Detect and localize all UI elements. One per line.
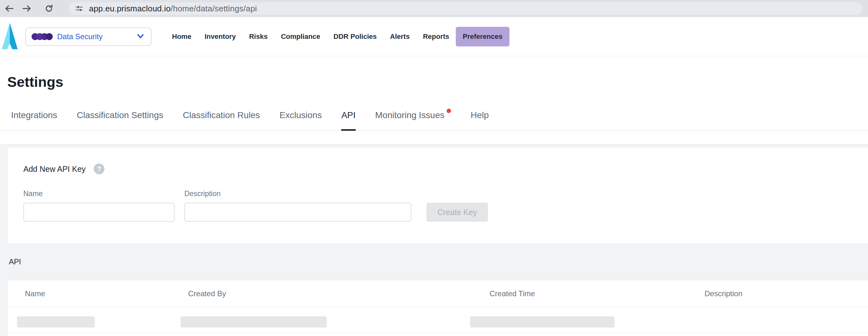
api-key-name-input[interactable] xyxy=(23,203,175,222)
product-selector-label: Data Security xyxy=(57,32,102,41)
tab-exclusions[interactable]: Exclusions xyxy=(280,110,322,131)
tab-classification-rules[interactable]: Classification Rules xyxy=(183,110,260,131)
redacted-created-by-cell xyxy=(181,316,327,328)
column-header-created-by: Created By xyxy=(188,289,490,298)
description-field-label: Description xyxy=(184,189,221,198)
content-area: Add New API Key ? Name Description Creat… xyxy=(0,144,868,336)
tab-monitoring-issues-label: Monitoring Issues xyxy=(375,110,444,120)
nav-item-ddr-policies[interactable]: DDR Policies xyxy=(327,27,383,47)
api-key-description-input[interactable] xyxy=(184,203,411,222)
redacted-name-cell xyxy=(17,316,95,328)
url-text: app.eu.prismacloud.io/home/data/settings… xyxy=(89,4,257,13)
column-header-description: Description xyxy=(705,289,868,298)
api-section-title: API xyxy=(9,257,868,266)
browser-toolbar: app.eu.prismacloud.io/home/data/settings… xyxy=(0,0,868,17)
help-question-icon[interactable]: ? xyxy=(94,163,104,174)
nav-item-compliance[interactable]: Compliance xyxy=(274,27,327,47)
tab-classification-settings[interactable]: Classification Settings xyxy=(77,110,163,131)
page-title: Settings xyxy=(7,73,868,91)
main-nav: Home Inventory Risks Compliance DDR Poli… xyxy=(165,27,509,47)
top-navigation: Data Security Home Inventory Risks Compl… xyxy=(0,17,868,56)
redacted-created-time-cell xyxy=(470,316,615,328)
prisma-cloud-logo-icon xyxy=(1,22,18,51)
url-host: app.eu.prismacloud.io xyxy=(89,4,171,13)
product-selector-dropdown[interactable]: Data Security xyxy=(25,28,152,46)
page-header: Settings xyxy=(0,56,868,91)
back-icon[interactable] xyxy=(4,4,14,13)
forward-icon[interactable] xyxy=(22,4,32,13)
api-keys-table: Name Created By Created Time Description xyxy=(8,280,868,336)
nav-item-risks[interactable]: Risks xyxy=(242,27,274,47)
table-header-row: Name Created By Created Time Description xyxy=(8,280,868,307)
create-key-button[interactable]: Create Key xyxy=(427,203,488,222)
nav-item-inventory[interactable]: Inventory xyxy=(198,27,242,47)
site-settings-icon[interactable] xyxy=(75,4,83,12)
chevron-down-icon xyxy=(136,31,145,42)
reload-icon[interactable] xyxy=(44,4,54,13)
data-security-dots-icon xyxy=(32,33,53,40)
add-api-key-card: Add New API Key ? Name Description Creat… xyxy=(8,148,868,243)
tab-help[interactable]: Help xyxy=(471,110,489,131)
column-header-name: Name xyxy=(8,289,188,298)
nav-item-alerts[interactable]: Alerts xyxy=(383,27,416,47)
add-api-key-title: Add New API Key xyxy=(23,164,86,174)
notification-dot xyxy=(446,109,451,113)
column-header-created-time: Created Time xyxy=(490,289,705,298)
url-path: /home/data/settings/api xyxy=(171,4,257,13)
address-bar[interactable]: app.eu.prismacloud.io/home/data/settings… xyxy=(69,2,862,15)
tab-monitoring-issues[interactable]: Monitoring Issues xyxy=(375,110,451,131)
name-field-label: Name xyxy=(23,189,184,198)
nav-item-reports[interactable]: Reports xyxy=(416,27,456,47)
tab-integrations[interactable]: Integrations xyxy=(11,110,57,131)
settings-tabs: Integrations Classification Settings Cla… xyxy=(0,110,868,131)
nav-item-home[interactable]: Home xyxy=(165,27,198,47)
nav-item-preferences[interactable]: Preferences xyxy=(456,27,509,47)
table-row[interactable] xyxy=(8,307,868,333)
tab-api[interactable]: API xyxy=(341,110,355,131)
